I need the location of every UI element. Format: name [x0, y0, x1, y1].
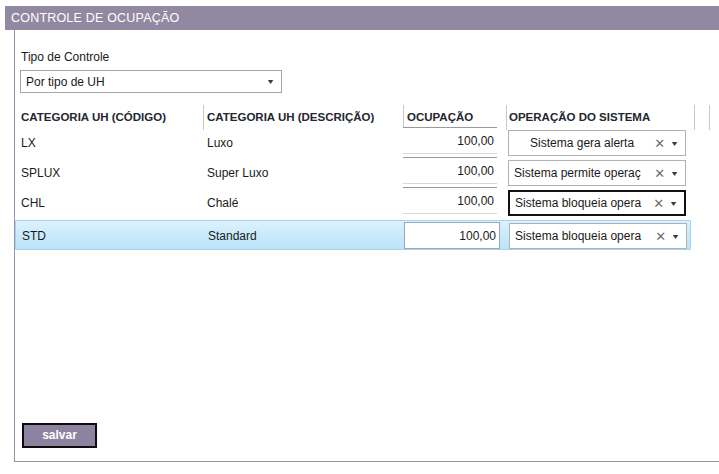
column-separator: [709, 105, 710, 130]
table-row[interactable]: SPLUX Super Luxo Sistema permite operaç …: [15, 158, 691, 188]
column-header-operation[interactable]: OPERAÇÃO DO SISTEMA: [509, 104, 650, 130]
control-type-label: Tipo de Controle: [21, 50, 109, 64]
cell-description: Super Luxo: [207, 158, 268, 188]
operation-value: Sistema gera alerta: [509, 136, 650, 150]
window-title: CONTROLE DE OCUPAÇÃO: [5, 6, 719, 30]
occupancy-input[interactable]: [403, 127, 497, 154]
clear-icon[interactable]: ✕: [649, 197, 671, 210]
table-row[interactable]: LX Luxo Sistema gera alerta ✕ ▼: [15, 128, 691, 158]
cell-code: STD: [22, 221, 46, 251]
column-header-description[interactable]: CATEGORIA UH (DESCRIÇÃO): [207, 104, 374, 130]
chevron-down-icon[interactable]: ▼: [669, 200, 686, 207]
cell-description: Chalé: [207, 188, 238, 218]
column-header-code[interactable]: CATEGORIA UH (CÓDIGO): [21, 104, 166, 130]
cell-code: SPLUX: [21, 158, 60, 188]
grid-header: CATEGORIA UH (CÓDIGO) CATEGORIA UH (DESC…: [0, 104, 719, 130]
control-type-value: Por tipo de UH: [21, 75, 268, 89]
column-separator: [203, 105, 204, 130]
occupancy-control-window: CONTROLE DE OCUPAÇÃO Tipo de Controle Po…: [0, 0, 719, 474]
chevron-down-icon[interactable]: ▼: [671, 233, 688, 240]
control-type-select[interactable]: Por tipo de UH ▼: [20, 70, 282, 93]
operation-value: Sistema bloqueia opera: [510, 196, 649, 210]
operation-value: Sistema permite operaç: [509, 166, 650, 180]
cell-description: Luxo: [207, 128, 233, 158]
occupancy-input[interactable]: [403, 187, 497, 214]
operation-select[interactable]: Sistema bloqueia opera ✕ ▼: [509, 223, 687, 249]
chevron-down-icon[interactable]: ▼: [670, 140, 687, 147]
clear-icon[interactable]: ✕: [651, 230, 673, 243]
operation-select[interactable]: Sistema permite operaç ✕ ▼: [508, 160, 686, 186]
chevron-down-icon[interactable]: ▼: [670, 170, 687, 177]
clear-icon[interactable]: ✕: [650, 167, 672, 180]
operation-value: Sistema bloqueia opera: [510, 229, 651, 243]
table-row-selected[interactable]: STD Standard Sistema bloqueia opera ✕ ▼: [15, 220, 691, 250]
column-separator: [506, 105, 507, 130]
cell-description: Standard: [208, 221, 257, 251]
chevron-down-icon[interactable]: ▼: [266, 78, 283, 85]
save-button[interactable]: salvar: [22, 423, 97, 448]
operation-select[interactable]: Sistema bloqueia opera ✕ ▼: [508, 190, 686, 216]
operation-select[interactable]: Sistema gera alerta ✕ ▼: [508, 130, 686, 156]
clear-icon[interactable]: ✕: [650, 137, 672, 150]
cell-code: LX: [21, 128, 36, 158]
column-separator: [694, 105, 695, 130]
occupancy-input[interactable]: [403, 157, 497, 184]
cell-code: CHL: [21, 188, 45, 218]
occupancy-input[interactable]: [404, 222, 500, 249]
table-row[interactable]: CHL Chalé Sistema bloqueia opera ✕ ▼: [15, 188, 691, 218]
